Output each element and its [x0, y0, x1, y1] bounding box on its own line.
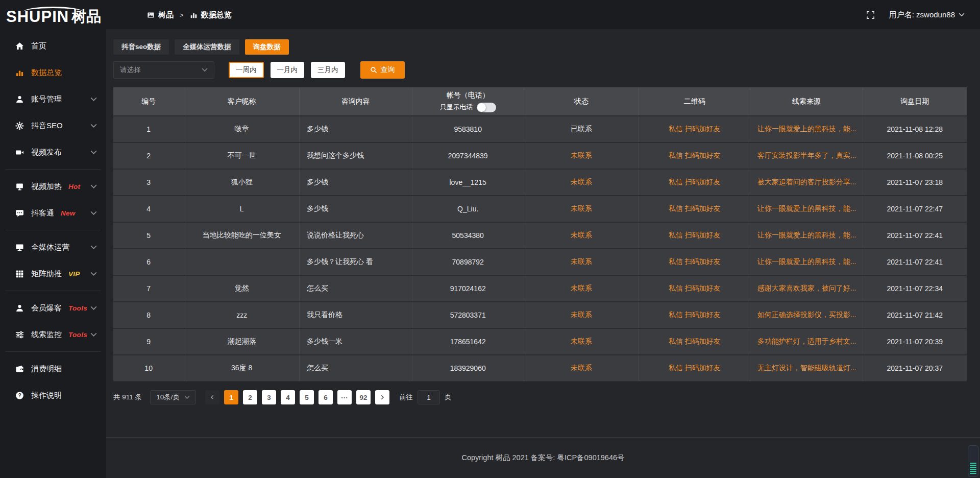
- source-link[interactable]: 让你一眼就爱上的黑科技，能...: [757, 231, 856, 239]
- page-button-1[interactable]: 1: [224, 390, 238, 404]
- page-button-5[interactable]: 5: [300, 390, 314, 404]
- cell-status: 未联系: [524, 222, 639, 249]
- qr-friend-link[interactable]: 私信 扫码加好友: [669, 364, 721, 372]
- cell-account: 9583810: [412, 116, 524, 142]
- filter-row: 请选择 一周内一月内三月内 查询: [113, 61, 967, 79]
- cell-index: 3: [113, 169, 184, 196]
- page-size-select[interactable]: 10条/页: [150, 390, 196, 404]
- source-link[interactable]: 多功能护栏灯，适用于乡村文...: [757, 337, 856, 345]
- prev-page-button[interactable]: [205, 390, 219, 404]
- source-link[interactable]: 让你一眼就爱上的黑科技，能...: [757, 125, 856, 133]
- sidebar-item-account-management[interactable]: 账号管理: [0, 86, 106, 112]
- tab-inquiry-data[interactable]: 询盘数据: [245, 39, 289, 55]
- sidebar-item-douyin-seo[interactable]: 抖音SEO: [0, 112, 106, 139]
- column-header-qrcode: 二维码: [639, 87, 750, 116]
- qr-friend-link[interactable]: 私信 扫码加好友: [669, 257, 721, 266]
- qr-friend-link[interactable]: 私信 扫码加好友: [669, 310, 721, 319]
- goto-page-input[interactable]: [418, 390, 440, 404]
- pagination-total: 共 911 条: [113, 393, 142, 402]
- qr-friend-link[interactable]: 私信 扫码加好友: [669, 204, 721, 212]
- cell-nickname: zzz: [184, 302, 300, 328]
- cell-nickname: 狐小狸: [184, 169, 300, 196]
- sidebar-item-omni-media[interactable]: 全媒体运营: [0, 234, 106, 260]
- more-pages-button[interactable]: ···: [337, 390, 352, 404]
- tab-douyin-seo-data[interactable]: 抖音seo数据: [113, 39, 169, 55]
- period-button-one-week[interactable]: 一周内: [229, 62, 264, 78]
- qr-friend-link[interactable]: 私信 扫码加好友: [669, 151, 721, 159]
- cell-status: 未联系: [524, 355, 639, 381]
- table-row: 8zzz我只看价格572803371未联系私信 扫码加好友如何正确选择投影仪，买…: [113, 302, 967, 328]
- sidebar-item-douketong[interactable]: 抖客通New: [0, 200, 106, 226]
- qr-friend-link[interactable]: 私信 扫码加好友: [669, 178, 721, 186]
- source-link[interactable]: 感谢大家喜欢我家，被问了好...: [757, 284, 856, 292]
- source-link[interactable]: 让你一眼就爱上的黑科技，能...: [757, 204, 856, 212]
- cell-status: 未联系: [524, 169, 639, 196]
- data-tabs: 抖音seo数据全媒体运营数据询盘数据: [113, 39, 967, 55]
- filter-select[interactable]: 请选择: [113, 61, 214, 79]
- sidebar-item-home[interactable]: 首页: [0, 33, 106, 59]
- table-row: 7觉然怎么买917024162未联系私信 扫码加好友感谢大家喜欢我家，被问了好.…: [113, 275, 967, 302]
- qr-friend-link[interactable]: 私信 扫码加好友: [669, 284, 721, 292]
- question-icon: ?: [15, 391, 24, 400]
- period-button-three-months[interactable]: 三月内: [311, 62, 345, 78]
- cell-content: 多少钱: [299, 196, 412, 222]
- cell-source: 如何正确选择投影仪，买投影...: [750, 302, 863, 328]
- sidebar-item-label: 矩阵助推: [31, 269, 62, 279]
- tab-omni-media-data[interactable]: 全媒体运营数据: [175, 39, 239, 55]
- column-header-nickname: 客户昵称: [184, 87, 300, 116]
- period-button-one-month[interactable]: 一月内: [271, 62, 305, 78]
- column-header-account: 帐号（电话）只显示电话: [412, 87, 524, 116]
- page-button-3[interactable]: 3: [262, 390, 276, 404]
- user-menu[interactable]: 用户名: zswodun88: [889, 10, 965, 20]
- chat-icon: [15, 209, 24, 218]
- chevron-down-icon: [90, 184, 97, 189]
- chart-icon: [15, 68, 24, 77]
- source-link[interactable]: 客厅安装投影半年多了，真实...: [757, 151, 856, 159]
- table-row: 6多少钱？让我死心 看70898792未联系私信 扫码加好友让你一眼就爱上的黑科…: [113, 249, 967, 275]
- cell-account: 917024162: [412, 275, 524, 302]
- breadcrumb-home-label: 树品: [158, 10, 174, 20]
- source-link[interactable]: 无主灯设计，智能磁吸轨道灯...: [757, 364, 856, 372]
- page-button-4[interactable]: 4: [281, 390, 295, 404]
- breadcrumb-item-home[interactable]: 树品: [147, 10, 174, 20]
- sidebar-item-lead-monitor[interactable]: 线索监控Tools: [0, 321, 106, 348]
- table-header-row: 编号客户昵称咨询内容帐号（电话）只显示电话状态二维码线索来源询盘日期: [113, 87, 967, 116]
- page-button-2[interactable]: 2: [243, 390, 257, 404]
- chevron-down-icon: [90, 306, 97, 310]
- source-link[interactable]: 让你一眼就爱上的黑科技，能...: [757, 257, 856, 266]
- qr-friend-link[interactable]: 私信 扫码加好友: [669, 231, 721, 239]
- column-header-label: 帐号（电话）: [415, 91, 521, 100]
- page-button-92[interactable]: 92: [356, 390, 371, 404]
- page-button-6[interactable]: 6: [318, 390, 333, 404]
- sidebar-item-video-heat[interactable]: 视频加热Hot: [0, 173, 106, 200]
- sidebar-item-consumption-detail[interactable]: 消费明细: [0, 355, 106, 382]
- cell-index: 4: [113, 196, 184, 222]
- sidebar-badge-new: New: [61, 209, 76, 217]
- qr-friend-link[interactable]: 私信 扫码加好友: [669, 125, 721, 133]
- query-button-label: 查询: [381, 65, 395, 75]
- sidebar-item-video-publish[interactable]: 视频发布: [0, 139, 106, 165]
- column-header-date: 询盘日期: [863, 87, 967, 116]
- qr-friend-link[interactable]: 私信 扫码加好友: [669, 337, 721, 345]
- username-label: 用户名: zswodun88: [889, 10, 955, 20]
- next-page-button[interactable]: [375, 390, 389, 404]
- app-logo[interactable]: SHUPIN 树品: [0, 6, 120, 25]
- cell-date: 2021-11-07 21:42: [863, 302, 967, 328]
- cell-status: 未联系: [524, 249, 639, 275]
- phone-only-toggle[interactable]: [477, 103, 496, 112]
- source-link[interactable]: 被大家追着问的客厅投影分享...: [757, 178, 856, 186]
- query-button[interactable]: 查询: [360, 61, 405, 79]
- cell-date: 2021-11-07 23:18: [863, 169, 967, 196]
- sidebar-item-matrix-boost[interactable]: 矩阵助推VIP: [0, 260, 106, 287]
- source-link[interactable]: 如何正确选择投影仪，买投影...: [757, 310, 856, 319]
- cell-account: love__1215: [412, 169, 524, 196]
- sidebar-item-member-baoke[interactable]: 会员爆客Tools: [0, 295, 106, 321]
- cell-nickname: 觉然: [184, 275, 300, 302]
- fullscreen-icon[interactable]: [866, 11, 875, 19]
- cell-content: 我想问这个多少钱: [299, 142, 412, 169]
- sidebar-item-data-overview[interactable]: 数据总览: [0, 59, 106, 86]
- cell-index: 10: [113, 355, 184, 381]
- video-icon: [15, 148, 24, 157]
- sidebar-item-operation-guide[interactable]: ?操作说明: [0, 382, 106, 409]
- breadcrumb-item-current: 数据总览: [190, 10, 232, 20]
